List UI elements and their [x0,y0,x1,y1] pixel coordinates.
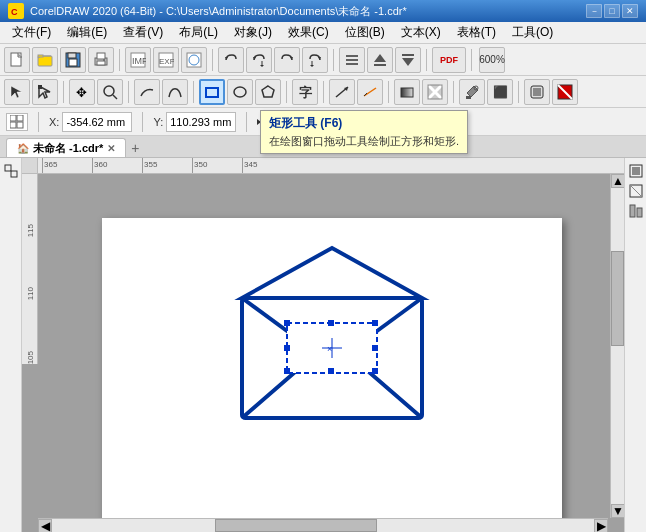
envelope-drawing[interactable]: × [232,238,432,428]
x-input[interactable] [62,112,132,132]
tooltip-title: 矩形工具 (F6) [269,115,459,132]
new-button[interactable] [4,47,30,73]
menubar: 文件(F) 编辑(E) 查看(V) 布局(L) 对象(J) 效果(C) 位图(B… [0,22,646,44]
down-button[interactable] [395,47,421,73]
undo-history-button[interactable] [246,47,272,73]
export-button[interactable]: EXP [153,47,179,73]
print-button[interactable] [88,47,114,73]
toolbar-standard: IMP EXP PDF 600% [0,44,646,76]
scroll-up-button[interactable]: ▲ [611,174,624,188]
menu-tools[interactable]: 工具(O) [504,22,561,43]
import-button[interactable]: IMP [125,47,151,73]
align-button[interactable] [339,47,365,73]
color-pick-tool[interactable] [552,79,578,105]
text-tool[interactable]: 字 [292,79,318,105]
svg-marker-26 [310,65,314,67]
svg-rect-59 [17,115,23,121]
tab-close-button[interactable]: ✕ [107,143,115,154]
rtb-btn1[interactable] [627,162,645,180]
rect-tool[interactable] [199,79,225,105]
svg-rect-31 [374,64,386,66]
svg-rect-91 [637,208,642,217]
eyedropper-tool[interactable] [459,79,485,105]
scroll-right-button[interactable]: ▶ [594,519,608,532]
ruler-mark: 365 [42,158,92,173]
svg-point-12 [103,59,105,61]
scroll-left-button[interactable]: ◀ [38,519,52,532]
svg-rect-51 [466,96,471,99]
svg-rect-10 [97,53,105,59]
open-button[interactable] [32,47,58,73]
vertical-scrollbar[interactable]: ▲ ▼ [610,174,624,518]
fill-tool[interactable]: ⬛ [487,79,513,105]
polygon-tool[interactable] [255,79,281,105]
minimize-button[interactable]: － [586,4,602,18]
grid-icon [10,115,24,129]
menu-object[interactable]: 对象(J) [226,22,280,43]
canvas-area[interactable]: 365 360 355 350 345 115 110 105 [22,158,624,532]
menu-file[interactable]: 文件(F) [4,22,59,43]
undo-button[interactable] [218,47,244,73]
ruler-marks: 365 360 355 350 345 [38,158,292,173]
redo-history-button[interactable] [302,47,328,73]
menu-text[interactable]: 文本(X) [393,22,449,43]
dimension-tool[interactable] [357,79,383,105]
new-tab-button[interactable]: + [126,139,144,157]
ruler-corner [22,158,38,174]
tab-label: 未命名 -1.cdr* [33,141,103,156]
scroll-down-button[interactable]: ▼ [611,504,624,518]
svg-marker-30 [374,54,386,62]
smart-draw-tool[interactable] [524,79,550,105]
rtb-btn3[interactable] [627,202,645,220]
separator4 [426,49,427,71]
bezier-tool[interactable] [162,79,188,105]
separator5 [471,49,472,71]
x-coord-group: X: [49,112,132,132]
sep-t5 [323,81,324,103]
menu-view[interactable]: 查看(V) [115,22,171,43]
pdf-button[interactable]: PDF [432,47,466,73]
horizontal-scrollbar[interactable]: ◀ ▶ [38,518,608,532]
ruler-mark: 355 [142,158,192,173]
svg-rect-77 [372,320,378,326]
svg-point-38 [104,86,114,96]
export-web-button[interactable] [181,47,207,73]
node-tool[interactable] [32,79,58,105]
sep-t2 [128,81,129,103]
x-label: X: [49,116,59,128]
transparency-tool[interactable] [422,79,448,105]
toolbar-tools: ✥ 字 [0,76,646,108]
menu-edit[interactable]: 编辑(E) [59,22,115,43]
document-tab[interactable]: 🏠 未命名 -1.cdr* ✕ [6,138,126,157]
app-icon: C [8,3,24,19]
redo-button[interactable] [274,47,300,73]
menu-effects[interactable]: 效果(C) [280,22,337,43]
scroll-thumb-v[interactable] [611,251,624,346]
zoom-level[interactable]: 600% [479,47,505,73]
menu-table[interactable]: 表格(T) [449,22,504,43]
menu-layout[interactable]: 布局(L) [171,22,226,43]
svg-text:IMP: IMP [132,56,146,66]
interactive-fill-tool[interactable] [394,79,420,105]
line-tool[interactable] [329,79,355,105]
close-button[interactable]: ✕ [622,4,638,18]
svg-rect-40 [206,88,218,97]
scroll-track-v [611,188,624,504]
rtb-btn2[interactable] [627,182,645,200]
coordbar: X: Y: 矩形工具 (F6) 在绘图窗口拖动工具绘制正方形和矩形. [0,108,646,136]
save-button[interactable] [60,47,86,73]
menu-bitmap[interactable]: 位图(B) [337,22,393,43]
up-button[interactable] [367,47,393,73]
freehand-tool[interactable] [134,79,160,105]
ellipse-tool[interactable] [227,79,253,105]
scroll-thumb-h[interactable] [215,519,378,532]
y-input[interactable] [166,112,236,132]
maximize-button[interactable]: □ [604,4,620,18]
ltb-snap[interactable] [2,162,20,180]
pan-tool[interactable]: ✥ [69,79,95,105]
zoom-tool[interactable] [97,79,123,105]
left-toolbar [0,158,22,532]
separator2 [212,49,213,71]
svg-marker-71 [242,248,422,298]
select-tool[interactable] [4,79,30,105]
